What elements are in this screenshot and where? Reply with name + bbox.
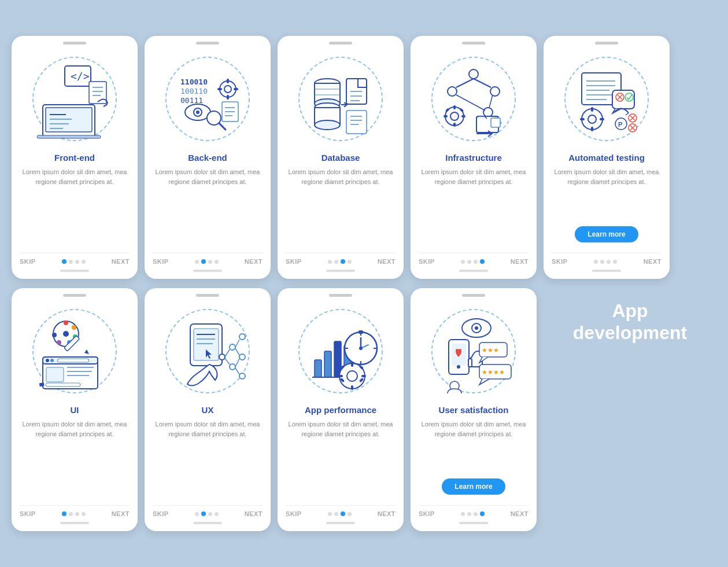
svg-line-57 bbox=[456, 79, 474, 87]
learn-more-button-2[interactable]: Learn more bbox=[442, 478, 505, 495]
database-footer: SKIP NEXT bbox=[286, 253, 396, 265]
svg-rect-23 bbox=[217, 88, 222, 90]
database-title: Database bbox=[321, 153, 360, 163]
svg-point-128 bbox=[230, 344, 235, 350]
svg-point-89 bbox=[625, 93, 633, 101]
svg-line-136 bbox=[235, 348, 239, 355]
ui-footer: SKIP NEXT bbox=[20, 505, 130, 517]
pagination-dots bbox=[195, 511, 219, 516]
next-label[interactable]: NEXT bbox=[511, 258, 529, 265]
next-label[interactable]: NEXT bbox=[112, 510, 130, 517]
dot-4 bbox=[348, 260, 352, 264]
next-label[interactable]: NEXT bbox=[245, 258, 263, 265]
card-front-end: </> Front-end Lorem ipsum dolor sit dim … bbox=[12, 36, 138, 279]
skip-label[interactable]: SKIP bbox=[20, 510, 36, 517]
svg-point-20 bbox=[224, 86, 231, 93]
dot-4 bbox=[82, 512, 86, 516]
svg-point-155 bbox=[347, 371, 357, 381]
database-icon bbox=[291, 50, 390, 148]
svg-line-138 bbox=[235, 368, 239, 374]
dot-1 bbox=[461, 260, 465, 264]
svg-rect-64 bbox=[453, 123, 456, 127]
svg-rect-65 bbox=[444, 115, 448, 117]
skip-label[interactable]: SKIP bbox=[20, 258, 36, 265]
card-ui: UI Lorem ipsum dolor sit dim amet, mea r… bbox=[12, 288, 138, 531]
svg-point-54 bbox=[448, 87, 457, 96]
svg-text:</>: </> bbox=[71, 70, 90, 82]
card-infrastructure: Infrastructure Lorem ipsum dolor sit dim… bbox=[411, 36, 537, 279]
automated-testing-desc: Lorem ipsum dolor sit dim amet, mea regi… bbox=[552, 167, 662, 222]
skip-label[interactable]: SKIP bbox=[419, 510, 435, 517]
pagination-dots bbox=[461, 511, 485, 516]
svg-rect-158 bbox=[338, 375, 343, 377]
svg-point-167 bbox=[475, 326, 478, 330]
scrollbar bbox=[60, 270, 89, 272]
svg-text:100110: 100110 bbox=[180, 87, 208, 95]
dot-2 bbox=[600, 260, 604, 264]
dot-1 bbox=[62, 259, 66, 264]
dot-2 bbox=[334, 260, 338, 264]
back-end-desc: Lorem ipsum dolor sit dim amet, mea regi… bbox=[153, 167, 263, 247]
svg-marker-108 bbox=[84, 349, 89, 354]
svg-line-60 bbox=[489, 95, 493, 108]
dot-3 bbox=[607, 260, 611, 264]
svg-point-100 bbox=[63, 331, 69, 337]
next-label[interactable]: NEXT bbox=[378, 510, 396, 517]
learn-more-button-1[interactable]: Learn more bbox=[575, 226, 638, 242]
skip-label[interactable]: SKIP bbox=[286, 510, 302, 517]
next-label[interactable]: NEXT bbox=[112, 258, 130, 265]
dot-1 bbox=[594, 260, 598, 264]
svg-point-149 bbox=[359, 347, 363, 350]
next-label[interactable]: NEXT bbox=[511, 510, 529, 517]
svg-point-105 bbox=[57, 340, 61, 345]
svg-rect-82 bbox=[591, 127, 593, 131]
svg-rect-63 bbox=[453, 105, 456, 109]
next-label[interactable]: NEXT bbox=[378, 258, 396, 265]
svg-rect-114 bbox=[46, 367, 64, 382]
pagination-dots bbox=[328, 511, 352, 516]
card-back-end: 110010 100110 00111 bbox=[145, 36, 271, 279]
skip-label[interactable]: SKIP bbox=[552, 258, 568, 265]
front-end-icon: </> bbox=[25, 50, 124, 148]
pagination-dots bbox=[195, 259, 219, 264]
svg-rect-113 bbox=[57, 359, 89, 362]
ui-icon bbox=[25, 302, 124, 400]
skip-label[interactable]: SKIP bbox=[153, 510, 169, 517]
svg-rect-157 bbox=[351, 385, 353, 390]
next-label[interactable]: NEXT bbox=[245, 510, 263, 517]
dot-4 bbox=[348, 512, 352, 516]
skip-label[interactable]: SKIP bbox=[286, 258, 302, 265]
dot-3 bbox=[208, 512, 212, 516]
pagination-dots bbox=[62, 511, 86, 516]
scrollbar bbox=[193, 270, 222, 272]
front-end-desc: Lorem ipsum dolor sit dim amet, mea regi… bbox=[20, 167, 130, 247]
svg-point-56 bbox=[483, 108, 493, 117]
app-performance-footer: SKIP NEXT bbox=[286, 505, 396, 517]
infrastructure-footer: SKIP NEXT bbox=[419, 253, 529, 265]
svg-line-29 bbox=[219, 123, 226, 130]
dot-1 bbox=[328, 260, 332, 264]
skip-label[interactable]: SKIP bbox=[153, 258, 169, 265]
infrastructure-icon bbox=[424, 50, 523, 148]
svg-rect-141 bbox=[324, 351, 331, 377]
app-performance-title: App performance bbox=[305, 405, 376, 415]
pagination-dots bbox=[62, 259, 86, 264]
svg-rect-11 bbox=[89, 82, 106, 104]
dot-2 bbox=[201, 511, 206, 516]
card-ux: UX Lorem ipsum dolor sit dim amet, mea r… bbox=[145, 288, 271, 531]
ux-icon bbox=[158, 302, 257, 400]
skip-label[interactable]: SKIP bbox=[419, 258, 435, 265]
dot-2 bbox=[334, 512, 338, 516]
card-app-performance: App performance Lorem ipsum dolor sit di… bbox=[278, 288, 404, 531]
back-end-icon: 110010 100110 00111 bbox=[158, 50, 257, 148]
next-label[interactable]: NEXT bbox=[644, 258, 662, 265]
dot-4 bbox=[613, 260, 617, 264]
dot-2 bbox=[69, 260, 73, 264]
row-2: UI Lorem ipsum dolor sit dim amet, mea r… bbox=[12, 288, 716, 531]
dot-4 bbox=[82, 260, 86, 264]
scrollbar bbox=[459, 270, 488, 272]
front-end-title: Front-end bbox=[54, 153, 95, 163]
infrastructure-title: Infrastructure bbox=[445, 153, 502, 163]
pagination-dots bbox=[594, 260, 617, 264]
database-desc: Lorem ipsum dolor sit dim amet, mea regi… bbox=[286, 167, 396, 247]
